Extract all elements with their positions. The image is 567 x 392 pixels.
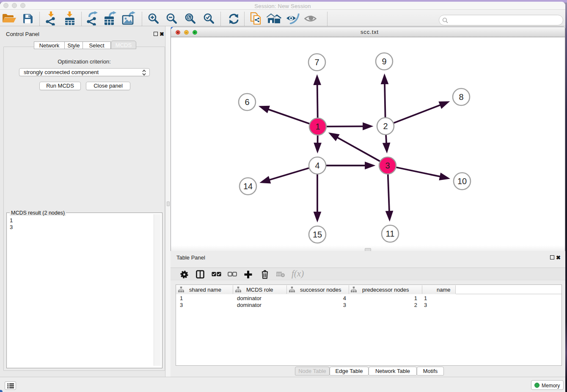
svg-text:9: 9 [382, 57, 386, 66]
svg-text:14: 14 [243, 182, 253, 191]
svg-text:8: 8 [459, 92, 463, 102]
svg-text:1: 1 [315, 122, 320, 131]
svg-text:6: 6 [245, 97, 249, 107]
svg-text:4: 4 [315, 161, 319, 170]
svg-text:11: 11 [386, 229, 395, 238]
svg-text:2: 2 [383, 121, 388, 131]
svg-text:3: 3 [385, 161, 390, 170]
svg-text:15: 15 [313, 230, 322, 239]
svg-text:10: 10 [457, 177, 467, 186]
svg-text:7: 7 [314, 58, 319, 67]
